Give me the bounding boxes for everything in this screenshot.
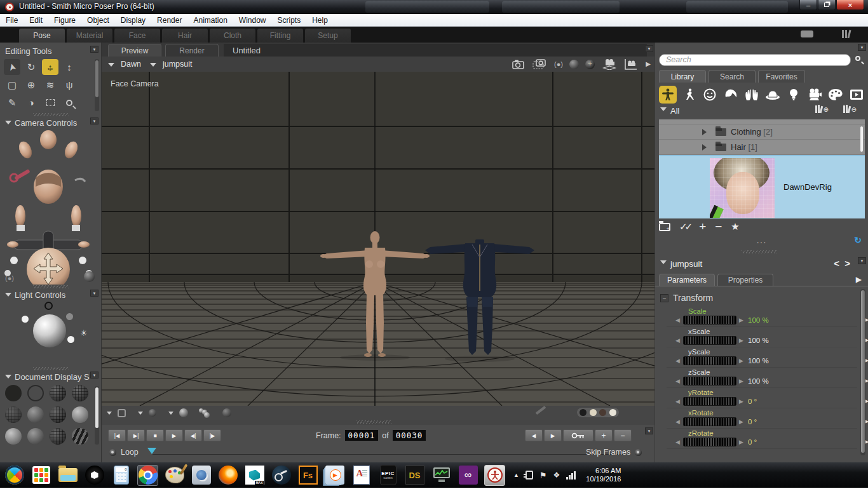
style-outline[interactable] (27, 385, 44, 401)
parameters-menu-button[interactable]: ▼ (858, 257, 866, 264)
tray-dropbox-icon[interactable]: ❖ (553, 471, 560, 480)
dial-increment-arrow[interactable]: ▶ (739, 358, 743, 364)
menu-edit[interactable]: Edit (24, 14, 48, 27)
camera-icon[interactable] (512, 60, 526, 69)
tray-flag-icon[interactable]: ⚑ (539, 471, 547, 480)
parameter-value[interactable]: 100 % (748, 337, 769, 344)
comment-bubble-icon[interactable] (801, 30, 813, 37)
refresh-icon[interactable]: ↻ (854, 235, 862, 245)
parameters-tab-arrow[interactable]: ▶ (856, 275, 862, 284)
previous-frame-button[interactable]: ◀| (184, 429, 202, 441)
taskbar-unity[interactable] (84, 465, 105, 486)
library-expand-dots[interactable]: ... (655, 236, 868, 246)
first-frame-button[interactable]: |◀ (108, 429, 126, 441)
parameter-label[interactable]: xScale (688, 328, 710, 335)
camera-name-label[interactable]: Face Camera (111, 79, 159, 88)
taper-tool[interactable]: ψ (61, 77, 78, 93)
camera-row-more-arrow[interactable]: ▶ (646, 60, 651, 67)
menu-display[interactable]: Display (115, 14, 151, 27)
parameter-dial[interactable] (683, 356, 736, 365)
parameter-dial[interactable] (683, 438, 736, 446)
room-tab-face[interactable]: Face (114, 29, 160, 43)
section-resize-gripper[interactable] (0, 285, 101, 289)
display-style-scrollbar[interactable] (95, 386, 99, 445)
actor-prev-next-buttons[interactable]: < > (834, 258, 851, 269)
rotate-tool[interactable]: ↻ (23, 59, 39, 75)
search-icon[interactable] (855, 56, 860, 61)
dial-decrement-arrow[interactable]: ◀ (675, 337, 680, 344)
parameter-dial[interactable] (683, 397, 736, 406)
style-silhouette[interactable] (5, 385, 22, 401)
background-color-swatch[interactable] (590, 409, 597, 416)
light-indicator-left[interactable] (22, 316, 29, 323)
style-dropdown-icon[interactable] (168, 412, 173, 417)
taskbar-steam[interactable] (271, 465, 292, 486)
menu-animation[interactable]: Animation (187, 14, 233, 27)
category-figures[interactable] (659, 86, 677, 104)
dolly-cam-icon[interactable] (601, 58, 618, 70)
style-cartoon[interactable] (72, 406, 88, 423)
style-flat-lined[interactable] (50, 406, 66, 423)
style-texture-shaded[interactable] (50, 428, 66, 445)
panel-menu-button[interactable]: ▼ (90, 46, 98, 53)
parameter-value[interactable]: 0 ° (748, 418, 757, 426)
current-frame-field[interactable]: 00001 (345, 430, 379, 441)
timeline-menu-button[interactable]: ▼ (645, 427, 653, 434)
ground-shadow-icon[interactable] (222, 408, 231, 417)
parameter-value[interactable]: 100 % (748, 377, 769, 385)
camera-sphere-icon[interactable] (84, 271, 95, 282)
twist-tool[interactable]: ⊕ (23, 77, 39, 93)
style-smooth-lined[interactable] (27, 428, 44, 445)
taskbar-media-player[interactable] (324, 465, 345, 486)
taskbar-explorer[interactable] (57, 465, 78, 486)
parameter-value[interactable]: 100 % (748, 357, 769, 365)
last-frame-button[interactable]: ▶| (127, 429, 145, 441)
parameter-label[interactable]: yRotate (688, 389, 714, 396)
panel-menu-button[interactable]: ▼ (90, 117, 98, 124)
taskbar-firefox[interactable] (217, 465, 238, 486)
dial-decrement-arrow[interactable]: ◀ (675, 358, 680, 364)
search-tab[interactable]: Search (709, 70, 756, 83)
previous-keyframe-button[interactable]: ◀ (525, 429, 543, 441)
add-to-library-button[interactable]: + (699, 220, 706, 234)
category-expressions[interactable] (701, 86, 719, 104)
room-tab-material[interactable]: Material (67, 29, 112, 43)
play-button[interactable]: ▶ (165, 429, 183, 441)
dial-increment-arrow[interactable]: ▶ (739, 419, 743, 425)
stop-button[interactable]: ■ (146, 429, 164, 441)
posing-camera-icon[interactable] (585, 60, 595, 69)
dial-increment-arrow[interactable]: ▶ (739, 378, 743, 384)
dial-decrement-arrow[interactable]: ◀ (675, 398, 680, 405)
menu-help[interactable]: Help (306, 14, 334, 27)
multi-sphere-icon[interactable] (199, 408, 210, 417)
parameter-dial[interactable] (683, 336, 736, 345)
style-dropdown-icon[interactable] (138, 412, 143, 417)
select-tool[interactable]: ➤ (4, 59, 20, 75)
group-select-tool[interactable] (42, 95, 58, 111)
category-cameras[interactable] (806, 86, 824, 104)
library-tab[interactable]: Library (659, 70, 706, 83)
add-library-button[interactable]: ⊕ (815, 105, 829, 113)
collapse-triangle-icon[interactable] (5, 121, 11, 128)
total-frames-field[interactable]: 00030 (393, 430, 426, 441)
light-globe[interactable] (33, 314, 66, 347)
style-dropdown-icon[interactable] (107, 412, 112, 417)
parameter-label[interactable]: yScale (688, 348, 710, 356)
taskbar-chrome-active[interactable] (137, 465, 158, 486)
taskbar-realplayer[interactable] (191, 465, 212, 486)
category-lights[interactable] (785, 86, 803, 104)
list-item-hair[interactable]: Hair [1] (659, 140, 865, 155)
section-resize-gripper[interactable] (0, 366, 101, 371)
box-style-icon[interactable] (118, 409, 126, 417)
room-tab-pose[interactable]: Pose (19, 29, 65, 43)
editing-tools-scrollbar[interactable] (95, 59, 99, 111)
collapse-triangle-icon[interactable] (5, 293, 11, 300)
expand-triangle-icon[interactable] (702, 144, 710, 151)
shadow-cam-icon[interactable] (624, 58, 639, 70)
sun-icon[interactable]: ☀ (80, 328, 88, 338)
style-flat-shaded[interactable] (27, 406, 44, 423)
shadow-color-swatch[interactable] (599, 409, 606, 416)
style-sketch[interactable] (72, 428, 88, 445)
dial-decrement-arrow[interactable]: ◀ (675, 317, 680, 323)
timeline-resize-gripper[interactable] (102, 420, 654, 425)
